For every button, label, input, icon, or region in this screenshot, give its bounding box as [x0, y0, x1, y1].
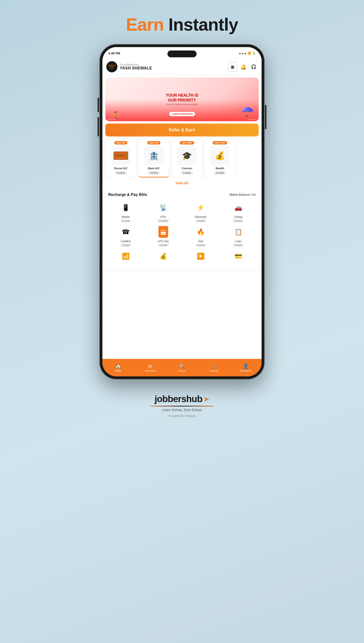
qr-icon: ▦ [231, 65, 234, 69]
banner-brand-right: jobbershub [248, 119, 256, 120]
bills-section: Recharge & Pay Bills Wallet Balance: 0.0… [104, 189, 260, 270]
electricity-bill[interactable]: ⚡ Electricity ₹10000 [183, 201, 218, 223]
battery-icon: 🔋 [252, 52, 256, 55]
nav-search[interactable]: 🔍 Search [166, 359, 198, 376]
refer-earn-button[interactable]: Refer & Earn [105, 124, 259, 137]
bank-amount: ₹10000 [147, 171, 160, 175]
courses-icon-area: 🎓 [177, 146, 196, 165]
loan-icon: 📋 [232, 225, 245, 239]
footer-tagline: Learn Extraa, Earn Extraa [162, 408, 202, 412]
view-all-button[interactable]: View All [102, 178, 262, 189]
power-button [265, 105, 266, 129]
nav-earnings[interactable]: 👤 My Earning [230, 359, 262, 376]
fastag-label: Fastag [234, 215, 242, 218]
gas-bill[interactable]: 🔥 Gas ₹10000 [183, 225, 218, 247]
fastag-bill[interactable]: 🚗 Fastag ₹10000 [221, 201, 256, 223]
landline-amount: ₹10000 [120, 244, 132, 247]
nav-training[interactable]: 🛒 Training [198, 359, 230, 376]
play-bill[interactable]: ▶️ [183, 249, 218, 266]
user-name: YASH SHEWALE [120, 66, 228, 71]
person-illustration: 🧍 [112, 111, 120, 119]
dth-amount: ₹100000 [157, 219, 170, 223]
search-icon: 🔍 [179, 363, 185, 369]
gas-amount: ₹10000 [195, 244, 206, 247]
footer-logo-row: jobbershub ➤ [154, 394, 210, 404]
bottom-nav: 🏠 Home 🛍 Marketing 🔍 Search 🛒 Training 👤 [102, 359, 262, 376]
wealth-badge: Upto 1250 [212, 141, 227, 145]
page-title: Earn Instantly [126, 15, 238, 35]
bank-card[interactable]: Upto 500 🏦 Bank A/C ₹10000 [138, 139, 170, 178]
lpg-bill[interactable]: LPG GAS LPG Gas ₹10000 [146, 225, 181, 247]
home-icon: 🏠 [115, 363, 121, 369]
bell-icon: 🔔 [240, 64, 246, 70]
footer: jobbershub ➤ Learn Extraa, Earn Extraa P… [150, 394, 214, 418]
volume-up-button [98, 98, 99, 112]
umbrella-illustration: ☂️ [241, 106, 254, 118]
health-banner: YOUR HEALTH ISOUR PRIORITY Get your heal… [105, 78, 259, 121]
dth-icon: 📡 [156, 201, 170, 214]
app-logo[interactable]: jobbershub [106, 61, 118, 72]
demat-icon-area: DEMAT [111, 146, 130, 165]
card-icon: 💳 [232, 249, 245, 263]
demat-badge: Upto 500 [114, 141, 128, 145]
app-header: jobbershub Good Afternoon YASH SHEWALE ▦… [102, 59, 262, 75]
mobile-bill[interactable]: 📱 Mobile ₹10000 [108, 201, 144, 223]
bills-title: Recharge & Pay Bills [108, 193, 147, 197]
demat-icon: DEMAT [114, 152, 128, 160]
fastag-icon: 🚗 [232, 201, 245, 214]
demat-amount: ₹10000 [114, 171, 128, 175]
footer-arrow-icon: ➤ [203, 395, 210, 403]
banner-subtitle: Get your health insurance today! [166, 103, 198, 106]
greeting-text: Good Afternoon [120, 63, 228, 66]
marketing-label: Marketing [145, 370, 156, 372]
landline-icon: ☎ [119, 225, 132, 239]
volume-down-button [98, 117, 99, 137]
lpg-label: LPG Gas [158, 240, 169, 243]
bank-label: Bank A/C [148, 167, 160, 170]
bank-badge: Upto 500 [147, 141, 160, 145]
footer-underline [150, 406, 214, 406]
nav-marketing[interactable]: 🛍 Marketing [134, 359, 166, 376]
electricity-label: Electricity [195, 215, 206, 218]
card-bill[interactable]: 💳 [221, 249, 256, 266]
search-label: Search [178, 370, 186, 372]
training-icon: 🛒 [211, 363, 217, 369]
wealth-label: Wealth [216, 167, 224, 170]
gas-icon: 🔥 [194, 225, 208, 239]
refer-earn-label: Refer & Earn [169, 128, 195, 132]
play-icon: ▶️ [194, 249, 208, 263]
headset-button[interactable]: 🎧 [250, 63, 258, 71]
logo-text: jobbershub [108, 65, 116, 69]
wifi-bill-icon: 📶 [119, 249, 132, 263]
status-time: 3:49 PM [108, 52, 120, 55]
fastag-amount: ₹10000 [232, 219, 244, 223]
mobile-amount: ₹10000 [120, 219, 132, 223]
loan-bill[interactable]: 📋 Loan ₹10000 [221, 225, 256, 247]
wifi-bill[interactable]: 📶 [108, 249, 144, 266]
home-label: Home [115, 370, 121, 372]
view-all-label: View All [176, 181, 188, 185]
nav-home[interactable]: 🏠 Home [102, 359, 134, 376]
lpg-icon: LPG GAS [156, 225, 170, 239]
scroll-area[interactable]: YOUR HEALTH ISOUR PRIORITY Get your heal… [102, 75, 262, 359]
banner-text-area: YOUR HEALTH ISOUR PRIORITY Get your heal… [166, 93, 198, 105]
qr-button[interactable]: ▦ [228, 62, 237, 72]
dth-bill[interactable]: 📡 DTH ₹100000 [146, 201, 181, 223]
rupee-bill[interactable]: 💰 [146, 249, 181, 266]
header-greeting-area: Good Afternoon YASH SHEWALE [120, 63, 228, 71]
signal-icon: ▲▲▲ [238, 52, 246, 55]
wealth-amount: ₹10000 [213, 171, 226, 175]
loan-label: Loan [236, 240, 241, 243]
phone-notch [168, 51, 196, 57]
footer-powered: Powered By Growup [169, 414, 195, 418]
bills-grid: 📱 Mobile ₹10000 📡 DTH ₹100000 ⚡ Electric… [108, 201, 256, 247]
landline-bill[interactable]: ☎ Landline ₹10000 [108, 225, 144, 247]
courses-badge: Upto 6000 [180, 141, 194, 145]
courses-card[interactable]: Upto 6000 🎓 Courses ₹10000 [171, 139, 202, 178]
notification-button[interactable]: 🔔 [239, 63, 248, 71]
dth-label: DTH [160, 215, 166, 218]
demat-card[interactable]: Upto 500 DEMAT Demat A/C ₹10000 [105, 139, 136, 178]
wealth-card[interactable]: Upto 1250 💰 Wealth ₹10000 [204, 139, 236, 178]
headset-icon: 🎧 [251, 64, 256, 70]
phone-mockup: 3:49 PM ▲▲▲ 📶 🔋 jobbershub Good Afternoo… [100, 44, 264, 379]
